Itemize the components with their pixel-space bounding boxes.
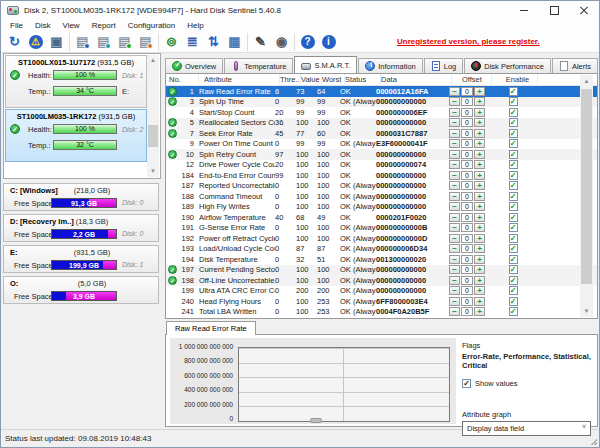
offset-decrease-button[interactable]: − <box>449 202 460 211</box>
disk-list-scrollbar[interactable]: ▲ ▼ <box>147 55 159 177</box>
monitor-button[interactable]: ▣ <box>46 32 67 51</box>
enable-checkbox[interactable]: ✓ <box>509 118 518 127</box>
offset-decrease-button[interactable]: − <box>449 286 460 295</box>
table-row[interactable]: ✓1Raw Read Error Rate67364OK0000012A16FA… <box>166 86 597 97</box>
table-row[interactable]: 199Ultra ATA CRC Error Count0200200OK (A… <box>166 286 597 297</box>
offset-increase-button[interactable]: + <box>474 129 485 138</box>
offset-decrease-button[interactable]: − <box>449 234 460 243</box>
tab-information[interactable]: Information <box>358 58 423 73</box>
disk-ok-button[interactable]: ▤ <box>114 32 135 51</box>
monitor-edit-button[interactable]: ✎ <box>250 32 271 51</box>
help-button[interactable]: ? <box>297 32 318 51</box>
offset-decrease-button[interactable]: − <box>449 265 460 274</box>
tab-s-m-a-r-t[interactable]: S.M.A.R.T. <box>294 56 357 73</box>
offset-increase-button[interactable]: + <box>474 171 485 180</box>
attribute-graph-select[interactable]: Display data field ˅ <box>462 421 591 436</box>
offset-decrease-button[interactable]: − <box>449 181 460 190</box>
offset-decrease-button[interactable]: − <box>449 213 460 222</box>
table-row[interactable]: ✓198Off-Line Uncorrectable Se..0100100OK… <box>166 275 597 286</box>
header-value[interactable]: Value <box>301 74 322 86</box>
offset-decrease-button[interactable]: − <box>449 139 460 148</box>
menu-file[interactable]: File <box>4 21 29 30</box>
header-data[interactable]: Data <box>381 74 452 86</box>
offset-increase-button[interactable]: + <box>474 108 485 117</box>
offset-increase-button[interactable]: + <box>474 150 485 159</box>
table-row[interactable]: 193Load/Unload Cycle Count08787OK (Alway… <box>166 244 597 255</box>
offset-increase-button[interactable]: + <box>474 265 485 274</box>
sync-button[interactable]: ⇅ <box>203 32 224 51</box>
enable-checkbox[interactable]: ✓ <box>509 192 518 201</box>
tab-log[interactable]: Log <box>424 58 464 73</box>
offset-decrease-button[interactable]: − <box>449 160 460 169</box>
offset-decrease-button[interactable]: − <box>449 307 460 316</box>
offset-decrease-button[interactable]: − <box>449 97 460 106</box>
offset-increase-button[interactable]: + <box>474 244 485 253</box>
offset-decrease-button[interactable]: − <box>449 108 460 117</box>
scrollbar-thumb[interactable] <box>581 89 592 284</box>
offset-decrease-button[interactable]: − <box>449 223 460 232</box>
disk-panel[interactable]: ST1000LM035-1RK172 (931,5 GB)✓Health:100… <box>5 109 147 162</box>
offset-decrease-button[interactable]: − <box>449 171 460 180</box>
menu-configuration[interactable]: Configuration <box>122 21 182 30</box>
menu-disk[interactable]: Disk <box>29 21 57 30</box>
offset-increase-button[interactable]: + <box>474 213 485 222</box>
scrollbar-thumb[interactable] <box>148 125 158 147</box>
enable-checkbox[interactable]: ✓ <box>509 139 518 148</box>
table-row[interactable]: 188Command Timeout0100100OK (Always ...0… <box>166 191 597 202</box>
header-attribute[interactable]: Attribute <box>204 74 280 86</box>
partition-panel[interactable]: O:(5,0 GB)Free Space3,9 GB <box>3 276 159 304</box>
partition-panel[interactable]: C: [Windows](218,0 GB)Free Space91,3 GBD… <box>3 183 159 211</box>
scroll-up-icon[interactable]: ▲ <box>580 75 593 87</box>
show-values-checkbox[interactable]: ✓ <box>462 379 471 388</box>
menu-report[interactable]: Report <box>86 21 122 30</box>
table-row[interactable]: 240Head Flying Hours0100253OK (Always ..… <box>166 296 597 307</box>
enable-checkbox[interactable]: ✓ <box>509 307 518 316</box>
disk-search-button[interactable]: ▤ <box>135 32 156 51</box>
table-row[interactable]: 9Power On Time Count09999OK (Always ...E… <box>166 139 597 150</box>
enable-checkbox[interactable]: ✓ <box>509 160 518 169</box>
info-button[interactable]: i <box>318 32 339 51</box>
header-thre[interactable]: Thre.. <box>280 74 301 86</box>
table-row[interactable]: 12Drive Power Cycle Count20100100OK00000… <box>166 160 597 171</box>
offset-decrease-button[interactable]: − <box>449 244 460 253</box>
unregistered-notice[interactable]: Unregistered version, please register. <box>397 37 540 46</box>
refresh-button[interactable]: ↻ <box>4 32 25 51</box>
network-button[interactable]: ▦ <box>224 32 245 51</box>
offset-decrease-button[interactable]: − <box>449 118 460 127</box>
table-row[interactable]: 187Reported Uncorrectable E..0100100OK (… <box>166 181 597 192</box>
enable-checkbox[interactable]: ✓ <box>509 276 518 285</box>
tab-disk-performance[interactable]: Disk Performance <box>464 58 551 73</box>
resize-grip-icon[interactable] <box>587 435 597 445</box>
disk-clock-button[interactable]: ▤ <box>72 32 93 51</box>
offset-increase-button[interactable]: + <box>474 118 485 127</box>
chart-tab[interactable]: Raw Read Error Rate <box>166 321 256 335</box>
partition-panel[interactable]: D: [Recovery Im..](18,3 GB)Free Space2,2… <box>3 214 159 242</box>
enable-checkbox[interactable]: ✓ <box>509 150 518 159</box>
table-row[interactable]: ✓10Spin Retry Count97100100OK00000000000… <box>166 149 597 160</box>
chart-hscroll-thumb[interactable] <box>310 418 322 423</box>
scroll-down-icon[interactable]: ▼ <box>580 305 593 317</box>
tab-temperature[interactable]: Temperature <box>224 58 293 73</box>
maximize-button[interactable] <box>539 1 569 19</box>
minimize-button[interactable] <box>509 1 539 19</box>
offset-decrease-button[interactable]: − <box>449 276 460 285</box>
offset-increase-button[interactable]: + <box>474 255 485 264</box>
header-no[interactable]: No. <box>166 74 199 86</box>
table-row[interactable]: 241Total LBA Written0100253OK (Always ..… <box>166 307 597 318</box>
offset-decrease-button[interactable]: − <box>449 255 460 264</box>
menu-view[interactable]: View <box>56 21 85 30</box>
table-scrollbar[interactable]: ▲ ▼ <box>580 75 593 317</box>
enable-checkbox[interactable]: ✓ <box>509 202 518 211</box>
offset-increase-button[interactable]: + <box>474 276 485 285</box>
table-row[interactable]: ✓5Reallocated Sectors Count36100100OK000… <box>166 118 597 129</box>
enable-checkbox[interactable]: ✓ <box>509 286 518 295</box>
offset-increase-button[interactable]: + <box>474 192 485 201</box>
menu-help[interactable]: Help <box>181 21 209 30</box>
header-offset[interactable]: Offset <box>454 74 492 86</box>
tab-overview[interactable]: Overview <box>165 58 223 73</box>
enable-checkbox[interactable]: ✓ <box>509 171 518 180</box>
offset-decrease-button[interactable]: − <box>449 150 460 159</box>
disk-panel[interactable]: ST1000LX015-1U7172 (931,5 GB)✓Health:100… <box>5 55 147 108</box>
globe-button[interactable]: ⊚ <box>161 32 182 51</box>
offset-increase-button[interactable]: + <box>474 160 485 169</box>
